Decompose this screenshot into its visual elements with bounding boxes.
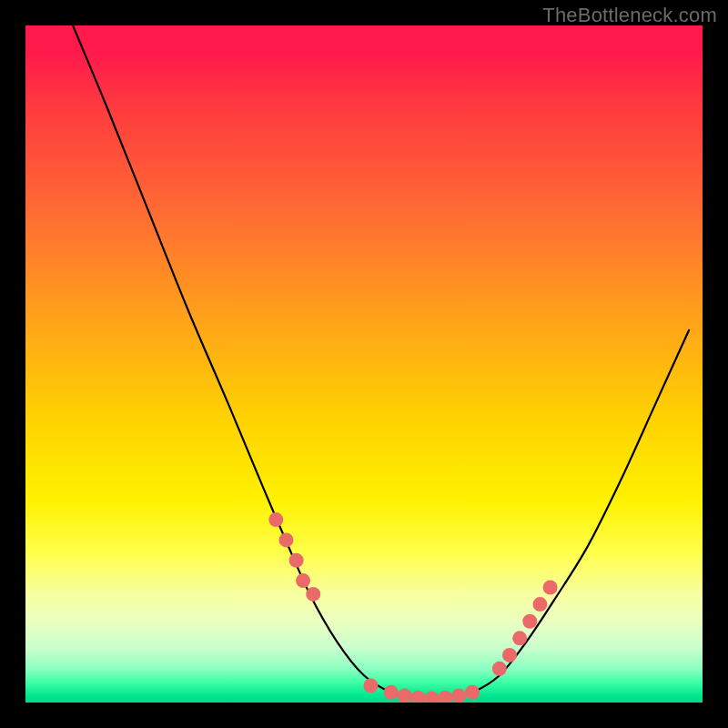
marker-dot — [512, 631, 527, 645]
marker-group — [268, 512, 557, 703]
marker-dot — [278, 532, 293, 547]
marker-dot — [532, 597, 547, 612]
marker-dot — [522, 614, 537, 629]
plot-area — [25, 25, 703, 703]
marker-dot — [363, 678, 378, 693]
marker-dot — [424, 692, 439, 703]
marker-dot — [384, 685, 399, 700]
marker-dot — [465, 685, 480, 700]
marker-dot — [451, 689, 466, 703]
marker-dot — [398, 689, 412, 703]
marker-dot — [268, 512, 283, 527]
marker-dot — [543, 581, 558, 595]
marker-dot — [502, 648, 517, 662]
watermark-text: TheBottleneck.com — [542, 4, 717, 27]
marker-dot — [492, 662, 507, 676]
marker-dot — [306, 587, 320, 602]
chart-overlay — [25, 25, 703, 703]
marker-dot — [289, 553, 304, 568]
marker-dot — [411, 691, 426, 703]
chart-frame: TheBottleneck.com — [0, 0, 728, 728]
curve-line — [73, 25, 689, 700]
marker-dot — [296, 573, 310, 588]
marker-dot — [438, 691, 452, 703]
